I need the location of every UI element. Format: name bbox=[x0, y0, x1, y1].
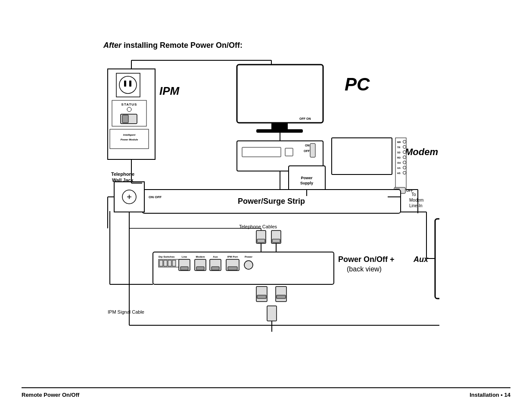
svg-rect-126 bbox=[267, 306, 277, 321]
svg-text:To: To bbox=[411, 192, 416, 197]
svg-text:IPM Signal Cable: IPM Signal Cable bbox=[108, 309, 144, 314]
svg-rect-86 bbox=[228, 267, 237, 270]
svg-text:Dip Switches: Dip Switches bbox=[159, 255, 175, 258]
svg-text:Intelligent: Intelligent bbox=[125, 138, 137, 140]
svg-rect-9 bbox=[122, 115, 128, 123]
svg-point-39 bbox=[403, 161, 406, 164]
svg-rect-4 bbox=[129, 81, 131, 87]
svg-rect-51 bbox=[142, 190, 401, 213]
svg-rect-54 bbox=[114, 182, 144, 212]
svg-rect-80 bbox=[196, 267, 204, 270]
page-header: After installing Remote Power On/Off: bbox=[103, 41, 243, 50]
svg-text:Telephone Cables: Telephone Cables bbox=[239, 224, 277, 229]
svg-rect-123 bbox=[257, 295, 266, 299]
svg-rect-18 bbox=[256, 129, 303, 133]
svg-rect-26 bbox=[310, 143, 315, 157]
svg-rect-82 bbox=[210, 259, 221, 271]
header-italic: After bbox=[103, 41, 121, 50]
svg-text:HS: HS bbox=[397, 172, 401, 174]
svg-text:Modem: Modem bbox=[409, 198, 423, 202]
svg-text:Line: Line bbox=[182, 255, 187, 258]
svg-point-43 bbox=[403, 171, 406, 174]
svg-rect-66 bbox=[271, 230, 281, 243]
svg-rect-46 bbox=[395, 188, 400, 193]
svg-rect-48 bbox=[289, 166, 325, 196]
svg-text:AA: AA bbox=[397, 167, 401, 169]
svg-rect-83 bbox=[212, 267, 219, 270]
svg-text:Power/Surge Strip: Power/Surge Strip bbox=[238, 197, 305, 206]
svg-text:(back view): (back view) bbox=[347, 265, 382, 273]
footer-left: Remote Power On/Off bbox=[22, 392, 79, 398]
svg-text:Aux: Aux bbox=[413, 255, 429, 264]
svg-text:IPM Port: IPM Port bbox=[227, 255, 238, 258]
svg-point-37 bbox=[403, 156, 406, 159]
svg-rect-67 bbox=[272, 239, 280, 243]
svg-rect-124 bbox=[276, 286, 286, 302]
svg-text:OH: OH bbox=[397, 162, 401, 164]
footer-right: Installation • 14 bbox=[470, 392, 510, 398]
svg-rect-65 bbox=[257, 239, 265, 243]
svg-rect-5 bbox=[112, 100, 146, 126]
svg-rect-16 bbox=[237, 65, 323, 123]
svg-rect-125 bbox=[277, 295, 286, 299]
svg-text:OFF ON: OFF ON bbox=[299, 117, 311, 120]
svg-rect-79 bbox=[195, 259, 206, 271]
svg-text:Power Module: Power Module bbox=[123, 142, 140, 145]
svg-point-33 bbox=[403, 146, 406, 149]
svg-text:PC: PC bbox=[345, 74, 370, 94]
svg-text:Power On/Off +: Power On/Off + bbox=[338, 255, 395, 264]
svg-rect-23 bbox=[285, 148, 293, 156]
svg-point-88 bbox=[244, 261, 253, 269]
svg-text:Modem: Modem bbox=[405, 146, 438, 157]
svg-point-55 bbox=[122, 190, 136, 204]
svg-rect-68 bbox=[153, 252, 334, 284]
svg-text:SD: SD bbox=[397, 151, 401, 154]
svg-rect-74 bbox=[172, 260, 176, 266]
svg-text:STATUS: STATUS bbox=[121, 103, 137, 106]
svg-point-31 bbox=[403, 140, 406, 143]
svg-point-41 bbox=[403, 166, 406, 169]
svg-text:ON: ON bbox=[388, 189, 393, 193]
svg-text:Line-In: Line-In bbox=[409, 203, 423, 208]
svg-rect-64 bbox=[256, 230, 266, 243]
svg-rect-72 bbox=[164, 260, 167, 266]
svg-rect-93 bbox=[435, 219, 439, 299]
svg-text:Power: Power bbox=[245, 255, 253, 258]
svg-rect-85 bbox=[226, 259, 239, 271]
svg-point-35 bbox=[403, 151, 406, 154]
svg-rect-12 bbox=[110, 129, 149, 149]
svg-point-7 bbox=[127, 107, 131, 112]
header-rest: installing Remote Power On/Off: bbox=[121, 41, 243, 50]
svg-rect-77 bbox=[180, 267, 188, 270]
svg-rect-3 bbox=[124, 81, 126, 87]
page-content: After installing Remote Power On/Off: ST… bbox=[0, 0, 532, 411]
svg-rect-45 bbox=[394, 187, 405, 193]
svg-rect-29 bbox=[395, 138, 406, 190]
diagram-svg: STATUS Intelligent Power Module Intellig… bbox=[103, 56, 439, 349]
svg-text:Aux: Aux bbox=[213, 255, 218, 258]
svg-rect-1 bbox=[116, 73, 140, 97]
svg-rect-70 bbox=[159, 259, 179, 267]
svg-text:IPM: IPM bbox=[159, 84, 180, 97]
svg-rect-17 bbox=[271, 123, 288, 129]
svg-text:Telephone: Telephone bbox=[111, 171, 134, 177]
svg-rect-22 bbox=[242, 147, 281, 157]
svg-text:ON OFF: ON OFF bbox=[149, 195, 162, 199]
svg-text:RD: RD bbox=[397, 156, 401, 159]
svg-rect-0 bbox=[108, 69, 155, 159]
svg-rect-27 bbox=[332, 138, 392, 174]
svg-text:ON: ON bbox=[305, 144, 310, 147]
svg-rect-76 bbox=[179, 259, 190, 271]
svg-text:Power: Power bbox=[301, 176, 313, 180]
svg-text:TR: TR bbox=[397, 146, 400, 149]
svg-rect-122 bbox=[256, 286, 267, 302]
svg-rect-71 bbox=[159, 260, 163, 266]
svg-rect-8 bbox=[121, 114, 137, 124]
footer: Remote Power On/Off Installation • 14 bbox=[22, 387, 510, 398]
svg-text:Supply: Supply bbox=[300, 181, 313, 185]
svg-text:OFF: OFF bbox=[304, 149, 310, 153]
svg-point-2 bbox=[119, 76, 137, 93]
svg-text:Power Module: Power Module bbox=[121, 138, 138, 141]
svg-text:MR: MR bbox=[397, 141, 401, 143]
svg-text:Wall Jack: Wall Jack bbox=[112, 177, 134, 183]
